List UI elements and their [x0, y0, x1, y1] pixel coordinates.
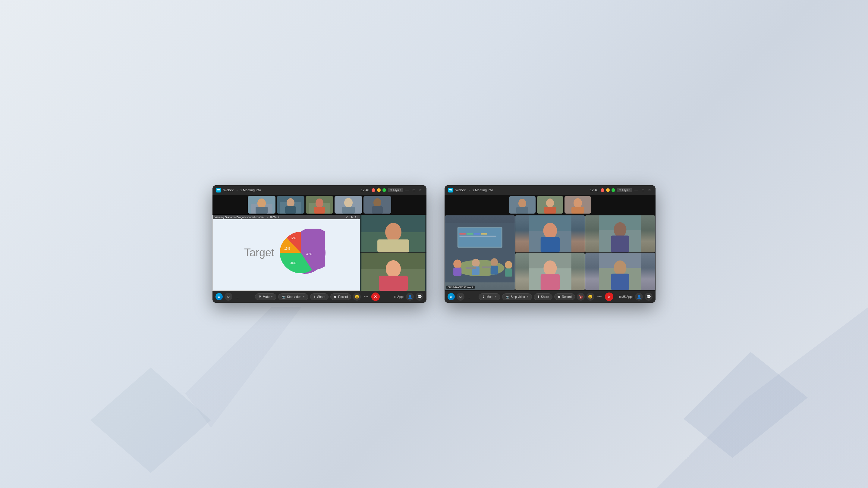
right-apps-icon: ⊞	[619, 295, 621, 298]
right-info-icon: ℹ	[472, 188, 474, 192]
svg-rect-38	[459, 233, 465, 235]
svg-point-6	[287, 198, 294, 207]
right-participant-2[interactable]	[537, 196, 563, 214]
right-stop-video-btn[interactable]: 📷 Stop video ▾	[502, 293, 532, 300]
left-video-panels	[360, 215, 427, 291]
right-status-more[interactable]: …	[466, 294, 473, 299]
right-emoji-btn[interactable]: 😊	[587, 293, 594, 301]
svg-rect-21	[377, 239, 409, 253]
right-chat-btn[interactable]: 💬	[645, 293, 652, 301]
left-record-btn[interactable]: ⏺ Record	[330, 293, 351, 300]
svg-rect-11	[314, 207, 325, 214]
left-participant-3[interactable]	[306, 196, 333, 214]
left-close-btn[interactable]: ✕	[418, 188, 423, 192]
right-layout-btn[interactable]: ⊞ Layout	[617, 188, 632, 192]
left-share-icon: ⬆	[313, 295, 316, 299]
right-stop-video-label: Stop video	[511, 295, 525, 298]
right-participants-btn[interactable]: 👤	[635, 293, 643, 301]
svg-point-60	[614, 222, 627, 237]
right-share-btn[interactable]: ⬆ Share	[534, 293, 553, 300]
svg-rect-61	[611, 235, 629, 253]
right-titlebar-dot	[469, 190, 470, 191]
left-ctrl-green[interactable]	[382, 188, 386, 192]
svg-rect-31	[544, 207, 556, 214]
left-webex-btn[interactable]: W	[216, 293, 223, 300]
svg-rect-25	[379, 275, 408, 291]
right-more-btn[interactable]: •••	[596, 294, 603, 299]
pie-label-12: 12%	[290, 236, 296, 240]
left-layout-icon: ⊞	[390, 189, 392, 192]
left-ctrl-red[interactable]	[372, 188, 375, 192]
zoom-plus[interactable]: +	[278, 216, 279, 219]
zoom-value: 100%	[270, 216, 276, 219]
left-emoji-btn[interactable]: 😊	[353, 293, 361, 301]
right-end-btn[interactable]: ✕	[605, 293, 613, 301]
right-webex-btn[interactable]: W	[447, 293, 455, 300]
left-mute-btn[interactable]: 🎙 Mute ▾	[255, 293, 276, 300]
fullscreen-icon: ⛶	[355, 216, 358, 219]
left-status-more[interactable]: …	[234, 294, 241, 299]
left-participant-4[interactable]	[335, 196, 362, 214]
right-maximize-btn[interactable]: □	[641, 188, 645, 192]
left-video-panel-top	[360, 215, 427, 253]
right-mute-btn[interactable]: 🎙 Mute ▾	[478, 293, 500, 300]
svg-point-30	[546, 198, 554, 207]
left-meeting-info-label: Meeting info	[243, 188, 261, 192]
left-video-icon: 📷	[281, 295, 286, 299]
right-control-bar: W ☺ … 🎙 Mute ▾ 📷 Stop video ▾ ⬆ Share ⏺ …	[444, 291, 655, 303]
left-minimize-btn[interactable]: —	[405, 188, 410, 192]
right-participant-1[interactable]	[509, 196, 535, 214]
left-layout-btn[interactable]: ⊞ Layout	[388, 188, 403, 192]
left-ctrl-yellow[interactable]	[377, 188, 381, 192]
viewing-label: Viewing Giacomo Drago's shared content	[215, 216, 264, 219]
svg-point-44	[453, 259, 461, 268]
right-titlebar: W Webex ℹ Meeting info 12:40 ⊞ Layout — …	[444, 185, 655, 195]
right-ctrl-red[interactable]	[601, 188, 604, 192]
left-video-dropdown[interactable]: ▾	[303, 295, 305, 298]
left-more-btn[interactable]: •••	[363, 294, 370, 299]
left-mute-dropdown[interactable]: ▾	[271, 295, 273, 298]
left-stop-video-btn[interactable]: 📷 Stop video ▾	[278, 293, 308, 300]
right-video-bot-right	[585, 253, 655, 290]
svg-point-24	[386, 260, 401, 278]
right-participant-3[interactable]	[564, 196, 591, 214]
left-chat-btn[interactable]: 💬	[415, 293, 424, 301]
left-share-btn[interactable]: ⬆ Share	[310, 293, 329, 300]
right-apps-btn[interactable]: ⊞ 85 Apps	[619, 295, 633, 298]
left-participant-1[interactable]	[248, 196, 276, 214]
left-window: W Webex ℹ Meeting info 12:40 ⊞ Layout — …	[213, 185, 427, 303]
meeting-room-svg	[445, 216, 515, 290]
svg-rect-52	[466, 267, 476, 268]
left-participants-btn[interactable]: 👤	[406, 293, 414, 301]
pie-label-13: 13%	[284, 247, 290, 250]
right-minimize-btn[interactable]: —	[634, 188, 639, 192]
svg-rect-28	[516, 207, 528, 214]
right-ctrl-yellow[interactable]	[606, 188, 610, 192]
left-mic-icon: 🎙	[258, 295, 261, 298]
left-shared-content: Viewing Giacomo Drago's shared content −…	[213, 215, 360, 291]
right-video-dropdown[interactable]: ▾	[526, 295, 529, 298]
right-mute-dropdown[interactable]: ▾	[495, 295, 497, 298]
right-meeting-info-tab[interactable]: ℹ Meeting info	[472, 188, 493, 192]
svg-point-68	[614, 261, 627, 275]
left-meeting-info-tab[interactable]: ℹ Meeting info	[241, 188, 261, 192]
left-apps-btn[interactable]: ⊞ Apps	[394, 295, 404, 298]
chart-title: Target	[244, 247, 274, 259]
left-end-btn[interactable]: ✕	[371, 293, 380, 301]
left-participant-2[interactable]	[277, 196, 304, 214]
right-ctrl-green[interactable]	[612, 188, 615, 192]
zoom-controls[interactable]: − 100% +	[267, 216, 279, 219]
right-noise-cancel-btn[interactable]: 🔇	[577, 293, 585, 301]
svg-point-46	[472, 259, 480, 267]
right-mute-label: Mute	[487, 295, 493, 298]
zoom-minus[interactable]: −	[267, 216, 268, 219]
left-participant-5[interactable]	[364, 196, 391, 214]
right-video-top-right	[585, 216, 655, 253]
bg-diamond-right	[657, 337, 808, 458]
right-record-btn[interactable]: ⏺ Record	[554, 293, 575, 300]
right-close-btn[interactable]: ✕	[647, 188, 652, 192]
left-reactions-btn[interactable]: ☺	[224, 293, 232, 301]
right-reactions-btn[interactable]: ☺	[457, 293, 464, 301]
left-maximize-btn[interactable]: □	[411, 188, 416, 192]
right-webex-logo: W	[448, 188, 453, 193]
